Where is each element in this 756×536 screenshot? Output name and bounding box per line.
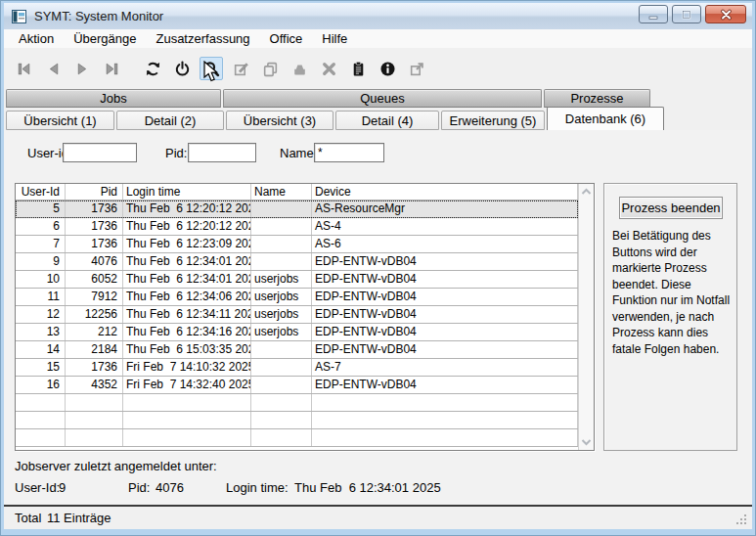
copy-icon[interactable]: [258, 57, 282, 80]
table-scrollbar[interactable]: [578, 184, 594, 450]
nav-next-icon[interactable]: [70, 57, 94, 80]
menu-item-hilfe[interactable]: Hilfe: [312, 31, 357, 46]
toolbar-icons: [12, 48, 428, 89]
tab-erweiterung-5[interactable]: Erweiterung (5): [441, 111, 545, 130]
menubar: AktionÜbergängeZusatzerfassungOfficeHilf…: [4, 29, 752, 48]
scroll-up-icon: [581, 188, 592, 196]
cell-name: [251, 236, 312, 252]
footer-login-value: Thu Feb 6 12:34:01 2025: [294, 480, 441, 495]
cell-device: EDP-ENTW-vDB04: [312, 271, 578, 288]
cell-pid: 6052: [66, 271, 123, 288]
cell-user-id: 5: [16, 201, 66, 217]
footer-pid-value: 4076: [156, 480, 184, 495]
cell-login-time: Thu Feb 6 15:03:35 2025: [123, 341, 251, 358]
column-header-name[interactable]: Name: [251, 184, 312, 200]
print-icon[interactable]: [288, 57, 311, 80]
nav-previous-icon[interactable]: [41, 57, 65, 80]
cell-user-id: 15: [16, 359, 66, 376]
column-header-user-id[interactable]: User-Id: [16, 184, 66, 200]
tab-group-jobs[interactable]: Jobs: [6, 89, 221, 108]
cell-device: EDP-ENTW-vDB04: [312, 253, 578, 270]
tab-ubersicht-3[interactable]: Übersicht (3): [226, 111, 334, 130]
name-filter-input[interactable]: [314, 143, 384, 162]
tab-datenbank-6[interactable]: Datenbank (6): [547, 107, 664, 130]
cell-login-time: Thu Feb 6 12:34:06 2025: [123, 289, 251, 305]
pid-filter-input[interactable]: [188, 143, 256, 162]
tab-ubersicht-1[interactable]: Übersicht (1): [6, 111, 114, 130]
cell-device: EDP-ENTW-vDB04: [312, 289, 578, 305]
close-button[interactable]: [705, 5, 746, 23]
footer-pid-label: Pid:: [128, 480, 150, 495]
tab-group-strip: JobsQueuesProzesse: [4, 89, 752, 109]
table-row[interactable]: 151736Fri Feb 7 14:10:32 2025AS-7: [16, 359, 578, 377]
cell-user-id: 12: [16, 306, 66, 323]
table-row-empty: [16, 394, 578, 412]
column-header-login-time[interactable]: Login time: [123, 184, 251, 200]
cell-pid: 12256: [66, 306, 123, 323]
cell-login-time: Thu Feb 6 12:34:16 2025: [123, 324, 251, 340]
maximize-icon: [681, 9, 692, 21]
footer-heading: Jobserver zuletzt angemeldet unter:: [15, 459, 217, 473]
table-row-empty: [16, 429, 578, 447]
tab-group-queues[interactable]: Queues: [223, 89, 542, 108]
nav-last-icon[interactable]: [100, 57, 123, 80]
table-row[interactable]: 164352Fri Feb 7 14:32:40 2025EDP-ENTW-vD…: [16, 377, 578, 394]
clipboard-icon[interactable]: [346, 57, 370, 80]
table-row[interactable]: 94076Thu Feb 6 12:34:01 2025EDP-ENTW-vDB…: [16, 253, 578, 271]
table-header: User-IdPidLogin timeNameDevice: [16, 184, 578, 201]
menu-item-ubergange[interactable]: Übergänge: [64, 31, 146, 46]
nav-first-icon[interactable]: [12, 57, 35, 80]
cell-device: EDP-ENTW-vDB04: [312, 324, 578, 340]
cell-user-id: 11: [16, 289, 66, 305]
delete-icon[interactable]: [317, 57, 340, 80]
cell-login-time: Thu Feb 6 12:20:12 2025: [123, 218, 251, 235]
side-panel: Prozess beenden Bei Betätigung des Butto…: [603, 183, 737, 451]
app-icon: [12, 9, 27, 24]
table-row[interactable]: 71736Thu Feb 6 12:23:09 2025AS-6: [16, 236, 578, 253]
table-row[interactable]: 13212Thu Feb 6 12:34:16 2025userjobsEDP-…: [16, 324, 578, 341]
cell-pid: 1736: [66, 236, 123, 252]
cell-login-time: Thu Feb 6 12:34:11 2025: [123, 306, 251, 323]
cell-device: EDP-ENTW-vDB04: [312, 306, 578, 323]
edit-icon[interactable]: [229, 57, 252, 80]
cell-name: [251, 359, 312, 376]
table-row[interactable]: 117912Thu Feb 6 12:34:06 2025userjobsEDP…: [16, 289, 578, 306]
tab-detail-4[interactable]: Detail (4): [335, 111, 439, 130]
table-row[interactable]: 106052Thu Feb 6 12:34:01 2025userjobsEDP…: [16, 271, 578, 289]
cell-pid: 4076: [66, 253, 123, 270]
kill-process-button[interactable]: Prozess beenden: [619, 197, 723, 219]
column-header-pid[interactable]: Pid: [66, 184, 123, 200]
cell-login-time: Thu Feb 6 12:34:01 2025: [123, 253, 251, 270]
export-icon[interactable]: [405, 57, 428, 80]
menu-item-zusatzerfassung[interactable]: Zusatzerfassung: [146, 31, 259, 46]
cell-login-time: Thu Feb 6 12:34:01 2025: [123, 271, 251, 288]
cell-name: [251, 253, 312, 270]
refresh-icon[interactable]: [141, 57, 164, 80]
column-header-device[interactable]: Device: [312, 184, 578, 200]
table-body: 51736Thu Feb 6 12:20:12 2025AS-ResourceM…: [16, 201, 578, 447]
cell-login-time: Fri Feb 7 14:10:32 2025: [123, 359, 251, 376]
window-title: SYMT: System Monitor: [34, 9, 163, 23]
tab-group-prozesse[interactable]: Prozesse: [544, 89, 650, 108]
titlebar[interactable]: SYMT: System Monitor: [4, 3, 752, 29]
cell-user-id: 6: [16, 218, 66, 235]
cell-user-id: 16: [16, 377, 66, 393]
minimize-button[interactable]: [639, 5, 668, 23]
info-icon[interactable]: [376, 57, 399, 80]
cell-pid: 1736: [66, 218, 123, 235]
menu-item-aktion[interactable]: Aktion: [9, 31, 64, 46]
table-row[interactable]: 1212256Thu Feb 6 12:34:11 2025userjobsED…: [16, 306, 578, 324]
maximize-button[interactable]: [672, 5, 701, 23]
cell-name: [251, 341, 312, 358]
userid-filter-input[interactable]: [63, 143, 137, 162]
table-row[interactable]: 51736Thu Feb 6 12:20:12 2025AS-ResourceM…: [16, 201, 578, 218]
menu-item-office[interactable]: Office: [260, 31, 313, 46]
cell-user-id: 7: [16, 236, 66, 252]
cell-login-time: Thu Feb 6 12:20:12 2025: [123, 201, 251, 217]
resize-grip[interactable]: [735, 514, 748, 526]
table-row[interactable]: 142184Thu Feb 6 15:03:35 2025EDP-ENTW-vD…: [16, 341, 578, 359]
cell-device: EDP-ENTW-vDB04: [312, 341, 578, 358]
table-row[interactable]: 61736Thu Feb 6 12:20:12 2025AS-4: [16, 218, 578, 236]
power-icon[interactable]: [170, 57, 194, 80]
tab-detail-2[interactable]: Detail (2): [116, 111, 224, 130]
